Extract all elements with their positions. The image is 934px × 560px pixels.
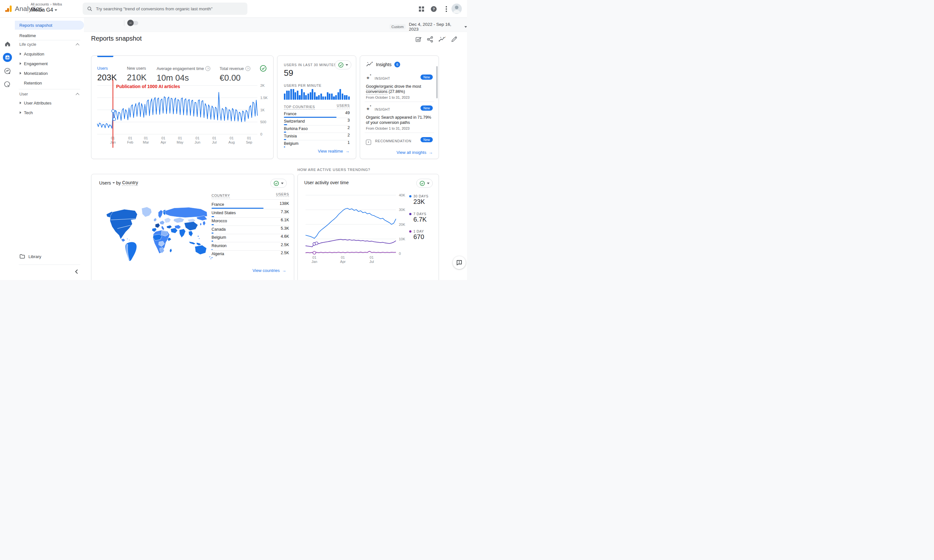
sidebar-item-monetization[interactable]: Monetization bbox=[15, 69, 84, 77]
divider bbox=[364, 132, 434, 133]
nav-section-title: User bbox=[19, 92, 28, 97]
column-country[interactable]: COUNTRY bbox=[212, 194, 230, 198]
property-selector[interactable]: Melba G4 bbox=[31, 7, 57, 13]
insight-term[interactable]: conversions bbox=[366, 89, 387, 94]
breadcrumb[interactable]: All accounts › Melba bbox=[31, 2, 62, 6]
insight-item[interactable]: ✦✦ INSIGHT New Organic Search appeared i… bbox=[366, 106, 433, 130]
customize-report-icon[interactable] bbox=[415, 36, 422, 43]
sidebar-item-realtime[interactable]: Realtime bbox=[15, 31, 84, 40]
apps-grid-icon[interactable] bbox=[418, 6, 425, 12]
search-input[interactable] bbox=[95, 6, 243, 12]
view-realtime-link[interactable]: View realtime → bbox=[318, 149, 349, 154]
svg-text:Mar: Mar bbox=[143, 140, 149, 144]
legend-label: 1 DAY bbox=[414, 229, 424, 233]
card-status-dropdown[interactable] bbox=[270, 179, 287, 188]
collapse-nav-chevron-icon[interactable] bbox=[75, 269, 78, 274]
sidebar-item-retention[interactable]: Retention bbox=[15, 79, 84, 87]
reports-icon[interactable] bbox=[3, 53, 12, 62]
expand-arrow-icon[interactable] bbox=[20, 62, 21, 65]
country-users: 2.5K bbox=[281, 243, 289, 247]
search-bar[interactable] bbox=[83, 3, 247, 15]
nav-section-life-cycle[interactable]: Life cycle bbox=[15, 41, 84, 48]
value-bar bbox=[212, 241, 213, 242]
help-icon[interactable]: ? bbox=[245, 66, 250, 71]
svg-text:May: May bbox=[177, 140, 184, 144]
svg-text:Jul: Jul bbox=[212, 140, 217, 144]
home-icon[interactable] bbox=[3, 39, 12, 48]
legend-30-days: 30 DAYS 23K bbox=[409, 194, 429, 206]
column-users[interactable]: USERS bbox=[276, 192, 289, 197]
more-menu-icon[interactable] bbox=[443, 6, 450, 12]
help-icon[interactable]: ? bbox=[430, 6, 437, 12]
view-countries-link[interactable]: View countries → bbox=[253, 268, 286, 273]
sidebar-item-reports-snapshot[interactable]: Reports snapshot bbox=[15, 21, 84, 30]
metric-selector[interactable]: Users bbox=[99, 180, 111, 186]
data-quality-check-icon[interactable] bbox=[260, 65, 267, 72]
explore-icon[interactable] bbox=[3, 66, 12, 75]
comparisons-toggle[interactable]: – bbox=[128, 21, 139, 26]
world-map-chart bbox=[102, 193, 212, 274]
sidebar-item-user-attributes[interactable]: User Attributes bbox=[15, 99, 84, 107]
scrollbar-thumb[interactable] bbox=[436, 66, 438, 98]
expand-arrow-icon[interactable] bbox=[20, 102, 21, 104]
avatar[interactable] bbox=[451, 3, 462, 14]
realtime-users-value: 59 bbox=[284, 68, 293, 78]
recommendation-item[interactable]: ✦ RECOMMENDATION New bbox=[366, 138, 433, 145]
expand-arrow-icon[interactable] bbox=[20, 72, 21, 74]
country-users: 138K bbox=[280, 201, 289, 206]
chevron-down-icon bbox=[281, 183, 284, 184]
feedback-button[interactable] bbox=[453, 256, 466, 269]
insights-count-badge: 6 bbox=[394, 62, 400, 68]
insight-kind: INSIGHT bbox=[375, 77, 390, 80]
table-row: Burkina Faso 2 bbox=[284, 126, 350, 133]
dimension-selector[interactable]: Country bbox=[122, 180, 138, 186]
country-users: 49 bbox=[345, 111, 350, 115]
expand-arrow-icon[interactable] bbox=[20, 111, 21, 114]
svg-text:01: 01 bbox=[178, 136, 182, 140]
insights-icon: ✦✦ bbox=[366, 62, 373, 68]
expand-arrow-icon[interactable] bbox=[20, 52, 21, 55]
recommendation-icon: ✦ bbox=[366, 140, 371, 145]
svg-text:01: 01 bbox=[162, 136, 165, 140]
breadcrumb-accounts[interactable]: All accounts bbox=[31, 2, 49, 6]
legend-1-day: 1 DAY 670 bbox=[409, 229, 424, 241]
nav-section-user[interactable]: User bbox=[15, 90, 84, 98]
sidebar-item-tech[interactable]: Tech bbox=[15, 108, 84, 117]
sidebar-item-acquisition[interactable]: Acquisition bbox=[15, 50, 84, 58]
sidebar-item-library[interactable]: Library bbox=[15, 252, 84, 261]
svg-text:30K: 30K bbox=[399, 208, 405, 212]
view-all-insights-link[interactable]: View all insights → bbox=[397, 150, 433, 155]
breadcrumb-entity[interactable]: Melba bbox=[52, 2, 62, 6]
svg-text:Publication of 1000 AI article: Publication of 1000 AI articles bbox=[116, 84, 180, 89]
column-top-countries[interactable]: TOP COUNTRIES bbox=[284, 105, 315, 109]
nav-divider bbox=[19, 89, 80, 89]
insights-sparkline-icon[interactable]: ✦✦ bbox=[438, 36, 446, 43]
sidebar-item-engagement[interactable]: Engagement bbox=[15, 59, 84, 68]
help-icon[interactable]: ? bbox=[205, 66, 210, 71]
realtime-status-dropdown[interactable] bbox=[335, 60, 351, 69]
date-range-picker[interactable]: Custom Dec 4, 2022 - Sep 16, 2023 bbox=[389, 22, 467, 32]
country-name: Switzerland bbox=[284, 119, 305, 123]
metric-label: New users bbox=[127, 66, 147, 71]
country-name: Tunisia bbox=[284, 134, 297, 138]
insight-item[interactable]: ✦✦ INSIGHT New Google/organic drove the … bbox=[366, 75, 433, 99]
chevron-down-icon bbox=[113, 182, 115, 183]
country-users: 2 bbox=[347, 133, 350, 137]
realtime-title: USERS IN LAST 30 MINUTES bbox=[284, 63, 337, 67]
column-users[interactable]: USERS bbox=[337, 103, 350, 108]
svg-text:1.5K: 1.5K bbox=[260, 96, 268, 100]
property-name: Melba G4 bbox=[31, 7, 53, 13]
legend-dot bbox=[409, 213, 411, 215]
table-row: France 49 bbox=[284, 111, 350, 118]
toggle-knob: – bbox=[127, 20, 134, 26]
svg-text:01: 01 bbox=[230, 136, 233, 140]
advertising-icon[interactable] bbox=[3, 80, 12, 89]
insight-term[interactable]: Google/organic bbox=[366, 84, 394, 89]
value-bar bbox=[212, 208, 264, 209]
edit-icon[interactable] bbox=[451, 36, 457, 43]
card-status-dropdown[interactable] bbox=[416, 179, 433, 188]
legend-dot bbox=[409, 230, 411, 232]
analytics-logo-icon[interactable] bbox=[4, 5, 12, 13]
share-icon[interactable] bbox=[427, 36, 434, 43]
table-row: Belgium 4.6K bbox=[212, 234, 289, 242]
